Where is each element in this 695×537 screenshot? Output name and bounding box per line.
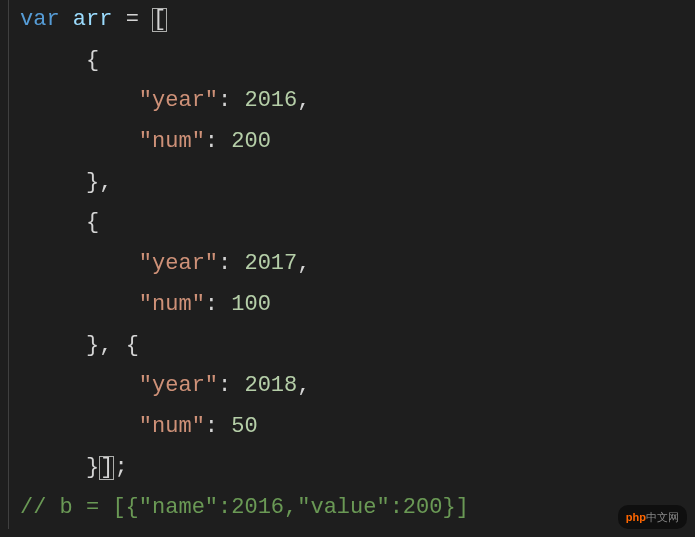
brace-open: { <box>86 210 99 235</box>
code-line-comment: // b = [{"name":2016,"value":200}] <box>20 488 695 529</box>
comma: , <box>99 170 112 195</box>
code-line: }]; <box>20 448 695 489</box>
cursor-bracket-open: [ <box>152 8 167 32</box>
comma: , <box>297 88 310 113</box>
code-line: { <box>20 41 695 82</box>
colon: : <box>218 88 231 113</box>
object-key: "num" <box>139 292 205 317</box>
number-literal: 100 <box>231 292 271 317</box>
keyword-var: var <box>20 7 60 32</box>
colon: : <box>205 414 218 439</box>
comma: , <box>297 373 310 398</box>
object-key: "year" <box>139 373 218 398</box>
comma: , <box>297 251 310 276</box>
code-line: }, { <box>20 326 695 367</box>
code-line: { <box>20 203 695 244</box>
number-literal: 2018 <box>244 373 297 398</box>
colon: : <box>218 373 231 398</box>
watermark-badge: php中文网 <box>618 505 687 529</box>
code-editor[interactable]: var arr = [ { "year": 2016, "num": 200 }… <box>0 0 695 529</box>
object-key: "num" <box>139 129 205 154</box>
comment: // b = [{"name":2016,"value":200}] <box>20 495 469 520</box>
colon: : <box>205 129 218 154</box>
brace-close: } <box>86 455 99 480</box>
code-line: "num": 200 <box>20 122 695 163</box>
variable-name: arr <box>73 7 113 32</box>
semicolon: ; <box>114 455 127 480</box>
colon: : <box>218 251 231 276</box>
watermark-text: 中文网 <box>646 511 679 523</box>
cursor-bracket-close: ] <box>99 456 114 480</box>
indent-guide <box>8 0 9 529</box>
brace-close: } <box>86 170 99 195</box>
brace-open: { <box>126 333 139 358</box>
code-line: "year": 2018, <box>20 366 695 407</box>
code-line: "num": 100 <box>20 285 695 326</box>
number-literal: 200 <box>231 129 271 154</box>
watermark-prefix: php <box>626 511 646 523</box>
code-line: "num": 50 <box>20 407 695 448</box>
object-key: "year" <box>139 88 218 113</box>
equals-operator: = <box>126 7 139 32</box>
object-key: "year" <box>139 251 218 276</box>
code-line: "year": 2017, <box>20 244 695 285</box>
brace-open: { <box>86 48 99 73</box>
code-line: }, <box>20 163 695 204</box>
object-key: "num" <box>139 414 205 439</box>
brace-close: } <box>86 333 99 358</box>
number-literal: 2017 <box>244 251 297 276</box>
comma: , <box>99 333 112 358</box>
number-literal: 50 <box>231 414 257 439</box>
number-literal: 2016 <box>244 88 297 113</box>
colon: : <box>205 292 218 317</box>
code-line: "year": 2016, <box>20 81 695 122</box>
code-line: var arr = [ <box>20 0 695 41</box>
